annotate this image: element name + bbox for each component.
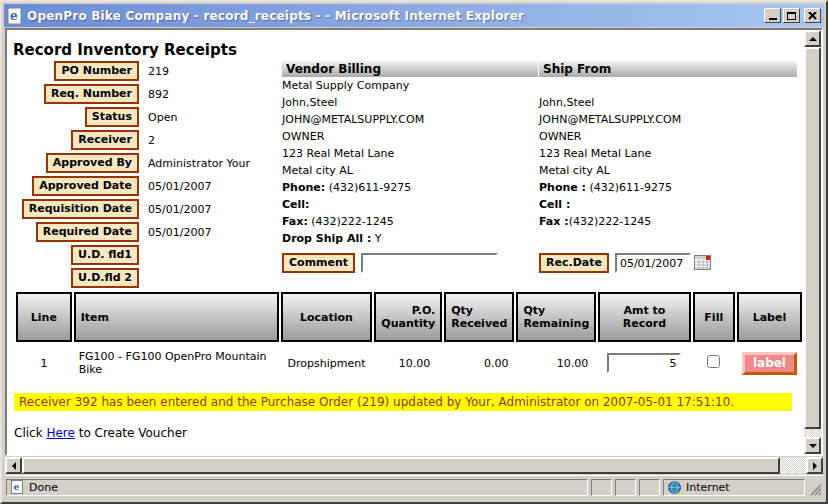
- col-header-item: Item: [74, 292, 279, 342]
- field-row-approved-by: Approved By Administrator Your: [7, 153, 279, 173]
- vendor-phone: Phone: (432)611-9275: [282, 179, 538, 196]
- status-text: Done: [29, 481, 58, 494]
- horizontal-scrollbar[interactable]: [5, 457, 823, 474]
- col-header-fill: Fill: [693, 292, 735, 342]
- rec-date-input[interactable]: [615, 253, 691, 273]
- label-button[interactable]: label: [742, 352, 797, 375]
- cell-line: 1: [16, 344, 72, 382]
- scroll-right-icon: [813, 462, 817, 470]
- receipts-table: Line Item Location P.O. Quantity Qty Rec…: [14, 290, 804, 384]
- field-row-status: Status Open: [7, 107, 279, 127]
- ship-fax: Fax :(432)222-1245: [539, 213, 797, 230]
- scroll-down-button[interactable]: [804, 437, 821, 454]
- field-row-approved-date: Approved Date 05/01/2007: [7, 176, 279, 196]
- requisition-date-value: 05/01/2007: [148, 203, 211, 216]
- field-row-ud-fld2: U.D.fld 2: [7, 268, 279, 288]
- cell-fill: [693, 344, 735, 382]
- calendar-button[interactable]: [694, 255, 712, 271]
- ship-cell: Cell :: [539, 196, 797, 213]
- ship-contact: John,Steel: [539, 94, 797, 111]
- po-number-value: 219: [148, 65, 169, 78]
- close-icon: [808, 12, 817, 20]
- col-header-qty-remaining: Qty Remaining: [516, 292, 596, 342]
- receiver-value: 2: [148, 134, 155, 147]
- status-message: Receiver 392 has been entered and the Pu…: [14, 393, 792, 411]
- window-title: OpenPro Bike Company - record_receipts -…: [27, 9, 762, 23]
- comment-input[interactable]: [361, 253, 498, 273]
- cell-location: Dropshipment: [281, 344, 373, 382]
- status-bar: e Done Internet: [5, 475, 823, 498]
- minimize-icon: [769, 18, 777, 20]
- ship-spacer: [539, 230, 797, 247]
- vendor-city: Metal city AL: [282, 162, 538, 179]
- maximize-button[interactable]: [783, 8, 800, 23]
- vendor-billing-section: Vendor Billing Metal Supply Company John…: [282, 60, 538, 273]
- required-date-label: Required Date: [36, 222, 139, 242]
- scroll-left-button[interactable]: [5, 457, 22, 474]
- minimize-button[interactable]: [764, 8, 781, 23]
- comment-label: Comment: [282, 253, 355, 273]
- amt-to-record-input[interactable]: [607, 353, 681, 373]
- calendar-icon: [694, 255, 712, 271]
- col-header-amt-to-record: Amt to Record: [598, 292, 690, 342]
- vendor-contact: John,Steel: [282, 94, 538, 111]
- page-icon: e: [11, 480, 24, 494]
- vendor-cell: Cell:: [282, 196, 538, 213]
- comment-row: Comment: [282, 253, 538, 273]
- approved-date-label: Approved Date: [32, 176, 139, 196]
- ship-address: 123 Real Metal Lane: [539, 145, 797, 162]
- required-date-value: 05/01/2007: [148, 226, 211, 239]
- vendor-address: 123 Real Metal Lane: [282, 145, 538, 162]
- vendor-dropship: Drop Ship All : Y: [282, 230, 538, 247]
- field-row-receiver: Receiver 2: [7, 130, 279, 150]
- vendor-email: JOHN@METALSUPPLY.COM: [282, 111, 538, 128]
- col-header-label: Label: [737, 292, 802, 342]
- status-pane-3: [639, 479, 660, 496]
- horizontal-scroll-thumb[interactable]: [22, 457, 780, 474]
- close-button[interactable]: [804, 8, 821, 23]
- approved-date-value: 05/01/2007: [148, 180, 211, 193]
- req-number-value: 892: [148, 88, 169, 101]
- vendor-company: Metal Supply Company: [282, 77, 538, 94]
- vertical-scrollbar[interactable]: [804, 30, 821, 454]
- ud-fld2-label: U.D.fld 2: [71, 268, 139, 288]
- ship-city: Metal city AL: [539, 162, 797, 179]
- title-bar[interactable]: e OpenPro Bike Company - record_receipts…: [4, 4, 824, 27]
- col-header-qty-received: Qty Received: [444, 292, 514, 342]
- maximize-icon: [787, 12, 796, 20]
- create-voucher-link[interactable]: Here: [46, 426, 74, 440]
- col-header-location: Location: [281, 292, 373, 342]
- col-header-po-quantity: P.O. Quantity: [374, 292, 442, 342]
- po-number-label: PO Number: [54, 61, 139, 81]
- status-pane-main: e Done: [6, 479, 588, 496]
- page-title: Record Inventory Receipts: [13, 41, 237, 59]
- vertical-scroll-thumb[interactable]: [804, 47, 821, 429]
- create-voucher-line: Click Here to Create Voucher: [14, 426, 187, 440]
- rec-date-row: Rec.Date: [539, 253, 797, 273]
- field-row-po-number: PO Number 219: [7, 61, 279, 81]
- scroll-up-button[interactable]: [804, 30, 821, 47]
- client-area: Record Inventory Receipts PO Number 219 …: [5, 28, 823, 456]
- vendor-fax: Fax: (432)222-1245: [282, 213, 538, 230]
- fill-checkbox[interactable]: [707, 355, 720, 368]
- cell-item: FG100 - FG100 OpenPro Mountain Bike: [74, 344, 279, 382]
- status-label: Status: [85, 107, 139, 127]
- zone-text: Internet: [686, 481, 730, 494]
- scroll-right-button[interactable]: [806, 457, 823, 474]
- vendor-title: OWNER: [282, 128, 538, 145]
- table-row: 1 FG100 - FG100 OpenPro Mountain Bike Dr…: [16, 344, 802, 382]
- status-value: Open: [148, 111, 177, 124]
- vendor-billing-header: Vendor Billing: [282, 60, 538, 77]
- svg-text:e: e: [14, 482, 20, 492]
- ie-icon[interactable]: e: [7, 8, 23, 24]
- status-pane-1: [591, 479, 612, 496]
- ud-fld1-label: U.D. fld1: [71, 245, 139, 265]
- requisition-date-label: Requisition Date: [22, 199, 139, 219]
- field-row-requisition-date: Requisition Date 05/01/2007: [7, 199, 279, 219]
- cell-amt-to-record: [598, 344, 690, 382]
- status-pane-zone: Internet: [663, 479, 805, 496]
- ship-company: [539, 77, 797, 94]
- resize-grip[interactable]: [808, 479, 822, 496]
- field-row-ud-fld1: U.D. fld1: [7, 245, 279, 265]
- record-receipts-page: Record Inventory Receipts PO Number 219 …: [7, 30, 804, 454]
